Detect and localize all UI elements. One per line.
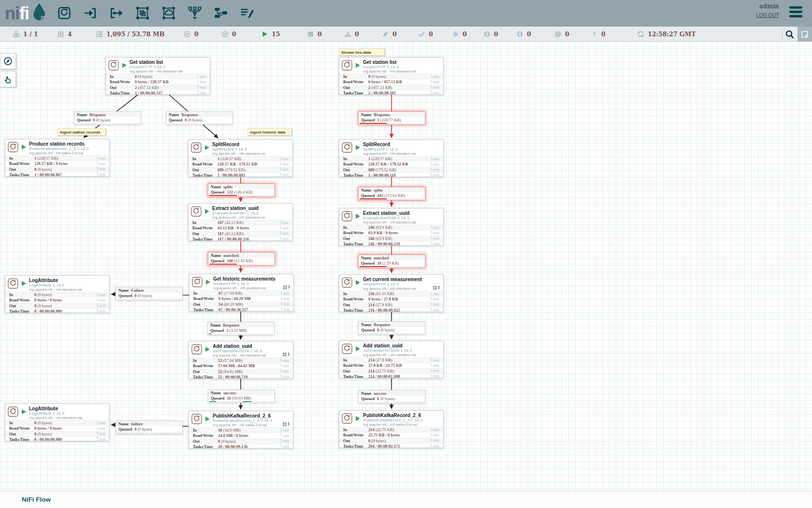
navigate-palette-button[interactable] — [0, 53, 16, 69]
connection-name-row: Name Response — [74, 112, 141, 117]
stat-label: Read/Write — [192, 162, 218, 166]
input-port-icon-button[interactable] — [83, 6, 98, 22]
processor-extract-station-uuid-live[interactable]: Extract station_uuid EvaluateJsonPath 1.… — [339, 208, 444, 246]
processor-add-station-uuid-historic[interactable]: Add station_uuid JoltTransformJSON 1.16.… — [188, 341, 293, 379]
connection-label-response-left-2[interactable]: Name Response Queued 0 (0 bytes) — [166, 111, 233, 125]
stat-row: In 0 (0 bytes) 5 min — [5, 292, 109, 297]
stale-icon — [483, 30, 491, 38]
connection-queued-key: Queued — [361, 396, 375, 401]
canvas-label[interactable]: Ingest historic data — [247, 128, 292, 135]
logout-link[interactable]: LOG OUT — [756, 12, 779, 18]
connection-label-matched-live[interactable]: Name matched Queued 10 (2.59 KB) — [358, 254, 425, 268]
run-status-icon — [205, 347, 210, 352]
stat-label: Out — [343, 438, 368, 443]
stat-row: Read/Write 57.04 MB / 84.82 MB 5 min — [189, 363, 293, 368]
connection-label-success-live[interactable]: Name success Queued 0 (0 bytes) — [358, 390, 425, 403]
flow-canvas[interactable]: Stream live-dataIngest station recordsIn… — [0, 42, 812, 491]
processor-add-station-uuid-live[interactable]: Add station_uuid JoltTransformJSON 1.16.… — [339, 341, 444, 378]
stat-window: 5 min — [97, 303, 105, 308]
stat-label: Read/Write — [9, 298, 34, 302]
processor-get-current-measurement[interactable]: Get current measurement InvokeHTTP 1.16.… — [339, 274, 444, 312]
template-icon-button[interactable] — [214, 6, 228, 22]
stat-row: In 0 (0 bytes) 5 min — [106, 74, 210, 79]
status-value: 0 — [463, 30, 467, 38]
stat-window: 5 min — [97, 426, 105, 431]
connection-label-splits-live[interactable]: Name splits Queued 443 (115.62 KB) — [358, 187, 425, 200]
stat-value: 0 bytes / 27.8 KB — [368, 297, 431, 301]
connection-label-response-live[interactable]: Name Response Queued 1 (228.57 KB) — [358, 111, 425, 125]
stat-row: Out 52 (84.82 MB) 5 min — [189, 369, 293, 374]
stat-value: 0 (0 bytes) — [135, 74, 197, 79]
canvas-label[interactable]: Stream live-data — [339, 48, 385, 56]
processor-stats: In 1 (228.57 KB) 5 min Read/Write 228.57… — [5, 155, 109, 177]
remote-process-group-icon-button[interactable] — [161, 6, 176, 22]
connection-label-splits-historic[interactable]: Name splits Queued 522 (136.4 KB) — [208, 183, 275, 197]
processor-stats: In 52 (57.04 MB) 5 min Read/Write 57.04 … — [189, 358, 293, 379]
connection-label-response-live-2[interactable]: Name Response Queued 0 (0 bytes) — [358, 321, 425, 335]
connection-label-failure-historic[interactable]: Name Failure Queued 0 (0 bytes) — [116, 287, 183, 300]
backpressure-bars — [209, 401, 274, 403]
stat-row: Tasks/Time 214 / 00:00:01.098 5 min — [339, 374, 443, 379]
active-threads-badge: 1 — [283, 422, 290, 426]
stat-row: Out 214 (22.75 KB) 5 min — [339, 368, 443, 374]
stat-row: Read/Write 0 bytes / 27.8 KB 5 min — [339, 296, 443, 301]
stat-value: 20 / 00:00:09.136 — [218, 444, 280, 449]
process-group-icon-button[interactable] — [135, 6, 150, 22]
connection-queued-row: Queued 0 (0 bytes) — [359, 396, 425, 401]
stat-window: 5 min — [97, 421, 105, 425]
processor-name: Extract station_uuid — [363, 210, 409, 216]
processor-name: Add station_uuid — [363, 343, 403, 348]
output-port-icon-button[interactable] — [109, 6, 124, 22]
canvas-label[interactable]: Ingest station records — [58, 128, 106, 135]
connection-label-failure-publish[interactable]: Name failure Queued 0 (0 bytes) — [116, 420, 183, 434]
connection-name-value: Response — [223, 323, 239, 328]
processor-type: JoltTransformJSON 1.16.3 — [363, 348, 412, 353]
operate-palette-button[interactable] — [0, 71, 16, 87]
breadcrumb[interactable]: NiFi Flow — [22, 496, 51, 503]
processor-type-icon — [342, 211, 352, 222]
nifi-logo: nifi — [5, 2, 48, 25]
processor-produce-station-records[interactable]: Produce station records PublishKafkaReco… — [5, 139, 110, 177]
processor-publishkafka-historic[interactable]: PublishKafkaRecord_2_6 PublishKafkaRecor… — [188, 411, 293, 448]
stat-row: Tasks/Time 1 / 00:00:00.067 5 min — [5, 172, 109, 177]
label-icon-button[interactable] — [240, 6, 254, 22]
processor-stats: In 0 (0 bytes) 5 min Read/Write 0 bytes … — [106, 74, 210, 95]
status-value: 0 — [318, 30, 322, 38]
stat-label: Out — [9, 167, 34, 172]
processor-get-station-list-left[interactable]: Get station list InvokeHTTP 1.16.3 org.a… — [105, 57, 210, 95]
stat-window: 5 min — [197, 80, 206, 84]
connection-label-response-historic[interactable]: Name Response Queued 2 (3.25 MB) — [207, 322, 275, 335]
processor-extract-station-uuid-historic[interactable]: Extract station_uuid EvaluateJsonPath 1.… — [188, 203, 293, 241]
stat-row: Read/Write 0 bytes / 0 bytes 5 min — [5, 297, 109, 302]
stat-label: Tasks/Time — [192, 237, 218, 241]
global-menu-button[interactable] — [789, 6, 802, 19]
stat-value: 27.8 KB / 22.75 KB — [368, 363, 431, 368]
processor-logattribute-failure-2[interactable]: LogAttribute LogAttribute 1.16.3 org.apa… — [5, 403, 110, 441]
backpressure-bars — [209, 194, 274, 196]
funnel-icon-button[interactable] — [188, 6, 202, 22]
connection-label-matched-historic[interactable]: Name matched Queued 100 (25.43 KB) — [208, 252, 275, 266]
stat-label: Out — [192, 231, 218, 236]
run-status-icon — [356, 63, 360, 68]
stopped-icon — [307, 30, 314, 38]
processor-logattribute-failure[interactable]: LogAttribute LogAttribute 1.16.3 org.apa… — [5, 275, 110, 313]
processor-splitrecord-historic[interactable]: SplitRecord SplitRecord 1.16.3 org.apach… — [188, 139, 293, 177]
stat-value: 214 (27.8 KB) — [368, 302, 431, 307]
processor-name: PublishKafkaRecord_2_6 — [213, 413, 271, 418]
stat-value: 236 / 00:00:09.925 — [368, 308, 431, 313]
processor-splitrecord-live[interactable]: SplitRecord SplitRecord 1.16.3 org.apach… — [339, 139, 444, 177]
stat-window: 5 min — [431, 297, 439, 301]
stat-window: 5 min — [97, 293, 105, 297]
processor-publishkafka-live[interactable]: PublishKafkaRecord_2_6 PublishKafkaRecor… — [339, 410, 444, 448]
refresh-icon[interactable] — [637, 30, 644, 38]
stat-row: Out 689 (179.52 KB) 5 min — [188, 167, 292, 172]
processor-get-station-list-right[interactable]: Get station list InvokeHTTP 1.16.3 org.a… — [339, 57, 444, 95]
processor-get-historic-measurements[interactable]: Get historic measurements InvokeHTTP 1.1… — [189, 274, 294, 312]
connection-label-success-historic[interactable]: Name success Queued 16 (50.03 MB) — [208, 389, 275, 403]
panel-toggle-button[interactable] — [798, 27, 812, 42]
connection-label-response-left-1[interactable]: Name Response Queued 0 (0 bytes) — [74, 111, 141, 125]
stat-value: 2 (457.13 KB) — [135, 85, 197, 90]
stat-window: 5 min — [197, 75, 206, 79]
search-button[interactable] — [785, 30, 795, 39]
processor-icon-button[interactable] — [57, 6, 72, 22]
